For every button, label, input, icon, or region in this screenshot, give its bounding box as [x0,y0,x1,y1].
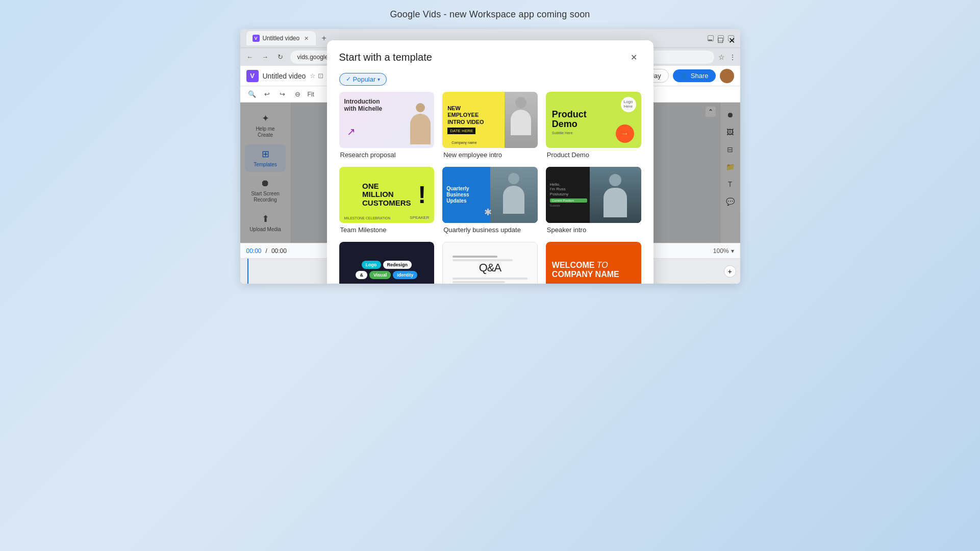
modal-header: Start with a template ✕ [327,40,654,71]
app-logo: V [246,70,259,82]
logo-tag-amp: & [356,271,367,279]
timeline-playhead [247,259,248,284]
asterisk-icon: ✱ [484,207,492,218]
template-thumb-speaker: Hello,I'm RussPosluszny Current Position… [546,167,641,223]
arrow-icon: ↗ [347,126,356,138]
qa-text: Q&A [479,261,501,274]
person-silhouette [406,103,434,148]
template-name-quarterly: Quarterly business update [442,226,538,234]
user-avatar[interactable] [720,69,734,83]
template-name-product: Product Demo [546,151,641,159]
browser-window: V Untitled video ✕ + − □ ✕ ← → ↻ vids.go… [240,29,740,284]
app-title: Untitled video [263,72,306,80]
product-arrow: → [616,124,634,143]
app-area: V Untitled video ☆ ⊡ File Edit View Inse… [240,66,740,284]
filter-label: Popular [353,76,376,83]
modal-overlay: Start with a template ✕ ✓ Popular ▾ [240,103,740,243]
exclamation-icon: ! [418,183,426,207]
tab-title: Untitled video [263,35,300,42]
tab-favicon: V [253,35,260,42]
modal-close-button[interactable]: ✕ [627,51,641,65]
template-card-welcome[interactable]: WELCOME ToCOMPANY NAME Subtitle or logo … [546,242,641,284]
template-card-quarterly[interactable]: January 15, 2024 QuarterlyBusinessUpdate… [442,167,538,234]
zoom-out-button[interactable]: ⊖ [292,89,304,100]
template-thumb-milestone: ONEMILLIONCUSTOMERS ! MILESTONE CELEBRAT… [339,167,435,223]
window-close-button[interactable]: ✕ [728,35,734,41]
share-button[interactable]: 👤 Share [673,69,716,82]
star-icon: ★ [446,140,450,145]
undo-button[interactable]: ↩ [262,89,273,100]
minimize-button[interactable]: − [708,35,714,41]
tab-close-button[interactable]: ✕ [303,35,310,42]
zoom-level: 100% [713,247,729,255]
time-separator: / [266,247,267,255]
logo-tag-redesign: Redesign [383,261,412,269]
zoom-dropdown-icon[interactable]: ▾ [731,247,734,255]
filter-bar: ✓ Popular ▾ [327,71,654,92]
template-card-employee[interactable]: NEWEMPLOYEEINTRO VIDEO DATE HERE ★ Compa… [442,92,538,159]
template-thumb-qa: Q&A [442,242,538,284]
template-thumb-product: ProductDemo LogoHere Subtitle Here → [546,92,641,148]
template-card-intro[interactable]: Introductionwith Michelle ↗ Res [339,92,435,159]
template-card-logo[interactable]: Logo Redesign & Visual Identity [339,242,435,284]
logo-tag-visual: Visual [369,271,391,279]
logo-tags-2: & Visual Identity [356,271,417,279]
bookmark-button[interactable]: ☆ [718,53,725,61]
fit-label: Fit [308,91,314,98]
browser-more-button[interactable]: ⋮ [729,53,736,61]
add-scene-button[interactable]: + [724,265,736,278]
product-heading: ProductDemo [552,110,587,130]
speaker-badge: Current Position [550,198,588,203]
qa-header-lines [453,256,528,261]
product-subtitle: Subtitle Here [552,131,572,135]
redo-button[interactable]: ↪ [277,89,288,100]
popular-filter-chip[interactable]: ✓ Popular ▾ [339,73,387,86]
template-card-product[interactable]: ProductDemo LogoHere Subtitle Here → Pro… [546,92,641,159]
milestone-speaker: SPEAKER [410,215,429,220]
speaker-right-panel [590,167,641,223]
template-name-speaker: Speaker intro [546,226,641,234]
editor-main: ✦ Help me Create ⊞ Templates ⏺ Start Scr… [240,103,740,243]
window-controls: − □ ✕ [708,35,734,41]
logo-tag-identity: Identity [393,271,417,279]
milestone-heading: ONEMILLIONCUSTOMERS [362,182,411,208]
template-card-milestone[interactable]: ONEMILLIONCUSTOMERS ! MILESTONE CELEBRAT… [339,167,435,234]
refresh-button[interactable]: ↻ [275,52,286,63]
template-thumb-logo: Logo Redesign & Visual Identity [339,242,435,284]
logo-tags: Logo Redesign [362,261,412,269]
template-card-qa[interactable]: Q&A Q&A [442,242,538,284]
page-title: Google Vids - new Workspace app coming s… [390,9,590,20]
template-grid: Introductionwith Michelle ↗ Res [339,92,641,284]
speaker-hello: Hello,I'm RussPosluszny [550,182,588,197]
quarterly-heading: QuarterlyBusinessUpdates [446,186,469,204]
template-thumb-quarterly: January 15, 2024 QuarterlyBusinessUpdate… [442,167,538,223]
search-tool-button[interactable]: 🔍 [246,89,258,100]
milestone-sub: MILESTONE CELEBRATION [344,216,391,220]
speaker-subtitle: Subtitle [550,204,588,207]
employee-person [505,92,538,148]
star-icon[interactable]: ☆ [310,72,316,80]
employee-heading: NEWEMPLOYEEINTRO VIDEO [447,105,484,126]
template-name-employee: New employee intro [442,151,538,159]
check-icon: ✓ [346,76,351,83]
chevron-down-icon: ▾ [378,77,380,82]
forward-button[interactable]: → [260,52,271,63]
back-button[interactable]: ← [244,52,256,63]
product-logo: LogoHere [621,97,636,112]
maximize-button[interactable]: □ [718,35,724,41]
qa-footer-lines [453,278,528,284]
template-card-speaker[interactable]: Hello,I'm RussPosluszny Current Position… [546,167,641,234]
modal-title: Start with a template [339,52,432,63]
template-modal: Start with a template ✕ ✓ Popular ▾ [327,40,654,284]
browser-tab[interactable]: V Untitled video ✕ [246,31,316,45]
welcome-heading: WELCOME ToCOMPANY NAME [552,261,619,279]
current-time: 00:00 [246,247,262,255]
total-time: 00:00 [271,247,287,255]
folder-icon[interactable]: ⊡ [318,72,323,80]
speaker-left-panel: Hello,I'm RussPosluszny Current Position… [546,167,592,223]
zoom-control: 100% ▾ [713,247,734,255]
title-icons: ☆ ⊡ [310,72,323,80]
share-icon: 👤 [680,72,688,80]
quarterly-person [490,167,538,223]
template-grid-container: Introductionwith Michelle ↗ Res [327,92,654,284]
